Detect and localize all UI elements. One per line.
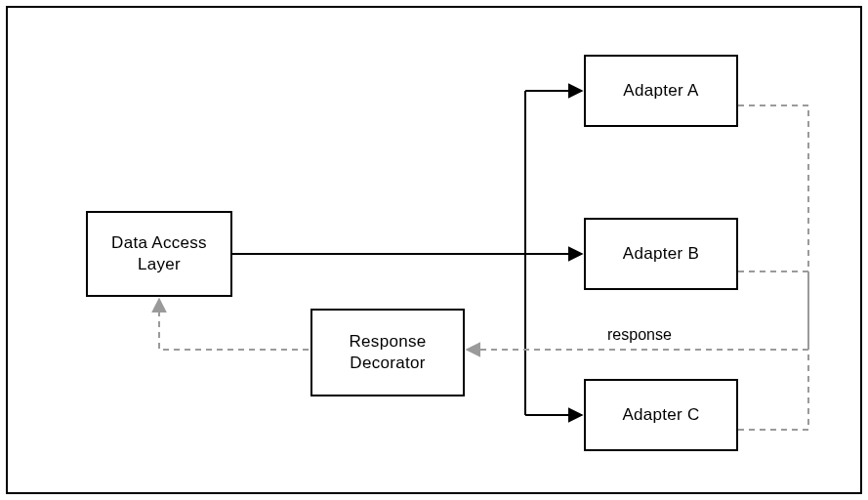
node-label: Adapter B: [623, 243, 699, 265]
node-label: Adapter C: [622, 404, 699, 426]
edge-adapter-a-return: [738, 105, 808, 350]
edge-decorator-to-dal: [159, 299, 309, 350]
node-adapter-a: Adapter A: [584, 55, 738, 127]
edge-adapter-b-return: [738, 271, 808, 350]
node-response-decorator: ResponseDecorator: [310, 309, 465, 396]
edge-label-response: response: [601, 326, 678, 344]
diagram-frame: Data AccessLayer ResponseDecorator Adapt…: [6, 6, 862, 494]
node-label: Adapter A: [623, 80, 698, 102]
edge-adapter-c-return: [738, 350, 808, 430]
node-label: Data AccessLayer: [111, 232, 207, 275]
node-data-access-layer: Data AccessLayer: [86, 211, 232, 297]
node-label: ResponseDecorator: [350, 331, 427, 374]
node-adapter-b: Adapter B: [584, 218, 738, 290]
node-adapter-c: Adapter C: [584, 379, 738, 451]
